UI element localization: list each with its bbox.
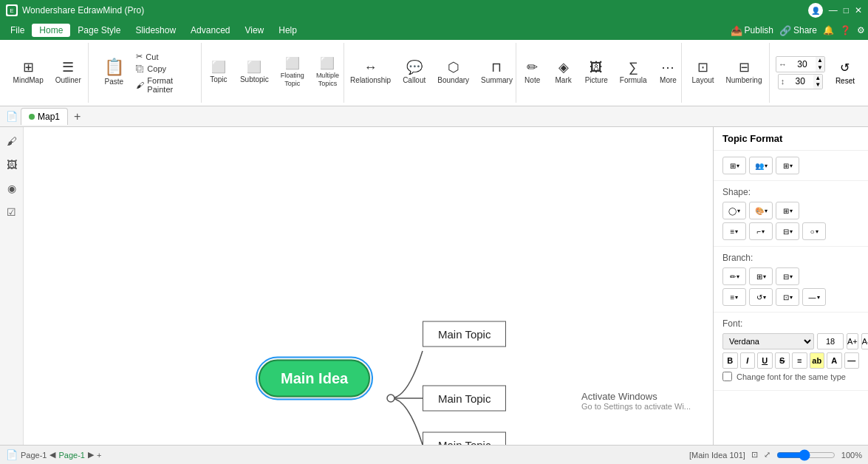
font-size-increase[interactable]: A+ <box>847 333 858 349</box>
fit-btn[interactable]: ⊡ <box>751 450 758 460</box>
reset-btn[interactable]: ↺ Reset <box>831 58 859 88</box>
more-btn[interactable]: ⋯ More <box>654 58 682 88</box>
publish-btn[interactable]: 📤 Publish <box>731 25 773 36</box>
fullscreen-btn[interactable]: ⤢ <box>764 450 770 460</box>
bold-btn[interactable]: B <box>722 352 738 369</box>
panel-icon-layers[interactable]: ◉ <box>2 179 21 198</box>
branch-icon-1[interactable]: ✏ <box>722 267 746 285</box>
align-btn[interactable]: ≡ <box>792 352 807 369</box>
mark-btn[interactable]: ◈ Mark <box>550 58 578 88</box>
multiple-topics-btn[interactable]: ⬜ MultipleTopics <box>312 55 344 91</box>
more-label: More <box>660 76 677 85</box>
topic-node-3[interactable]: Main Topic <box>423 432 506 446</box>
topic-btn[interactable]: ⬜ Topic <box>205 58 233 87</box>
font-extra-btn[interactable]: — <box>844 352 860 369</box>
avatar[interactable]: 👤 <box>808 3 823 18</box>
page-nav-next[interactable]: ▶ <box>88 450 94 460</box>
tab-map1[interactable]: Map1 <box>21 108 68 125</box>
strikethrough-btn[interactable]: S <box>775 352 790 369</box>
close-btn[interactable]: ✕ <box>855 5 862 16</box>
settings-icon[interactable]: ⚙ <box>857 25 865 35</box>
font-color-btn[interactable]: A <box>827 352 842 369</box>
add-page-btn[interactable]: + <box>97 451 101 460</box>
outliner-btn[interactable]: ☰ Outliner <box>51 58 86 88</box>
more-icon: ⋯ <box>661 61 674 74</box>
branch-icon-4[interactable]: ≡ <box>722 288 746 306</box>
paste-btn[interactable]: 📋 Paste <box>98 56 130 89</box>
copy-btn[interactable]: ⿻ Copy <box>133 64 195 74</box>
topic-node-2[interactable]: Main Topic <box>423 386 506 412</box>
callout-btn[interactable]: 💬 Callout <box>398 58 430 88</box>
branch-icon-3[interactable]: ⊟ <box>776 267 799 285</box>
italic-btn[interactable]: I <box>740 352 756 369</box>
menu-home[interactable]: Home <box>32 24 70 37</box>
font-family-select[interactable]: Verdana Arial Times New Roman <box>722 333 814 349</box>
app-icon: E <box>6 4 18 16</box>
layout-icon-1[interactable]: ⊞ <box>722 157 746 174</box>
floating-topic-btn[interactable]: ⬜ FloatingTopic <box>276 55 309 91</box>
subtopic-btn[interactable]: ⬜ Subtopic <box>236 58 273 87</box>
minimize-btn[interactable]: — <box>829 5 838 16</box>
layout-btn[interactable]: ⊡ Layout <box>688 58 719 88</box>
branch-icon-2[interactable]: ⊞ <box>749 267 773 285</box>
copy-icon: ⿻ <box>136 64 144 73</box>
panel-icon-brush[interactable]: 🖌 <box>2 132 21 151</box>
branch-icon-6[interactable]: ⊡ <box>776 288 799 306</box>
outliner-label: Outliner <box>55 76 81 85</box>
layout-icon-2[interactable]: 👥 <box>749 157 773 174</box>
side-panel: Topic Format ⊞ 👥 ⊞ Shape: ◯ 🎨 ⊞ ≡ ⌐ ⊟ ○ <box>713 127 868 445</box>
shape-icon-4[interactable]: ≡ <box>722 222 746 240</box>
spinner-bottom-up[interactable]: ▲ <box>813 75 822 82</box>
maximize-btn[interactable]: □ <box>844 5 849 16</box>
zoom-slider[interactable] <box>776 449 835 461</box>
add-tab-btn[interactable]: + <box>74 110 81 123</box>
paste-icon: 📋 <box>104 59 124 75</box>
panel-icon-check[interactable]: ☑ <box>2 202 21 222</box>
shape-icon-3[interactable]: ⊞ <box>776 202 799 219</box>
shape-icon-6[interactable]: ⊟ <box>776 222 799 240</box>
branch-icon-5[interactable]: ↺ <box>749 288 773 306</box>
page-nav-prev[interactable]: ◀ <box>49 450 55 460</box>
mindmap-icon: ⊞ <box>23 61 34 74</box>
spinner-bottom-input[interactable] <box>787 76 813 86</box>
mindmap-btn[interactable]: ⊞ MindMap <box>9 58 48 88</box>
summary-btn[interactable]: ⊓ Summary <box>476 58 517 88</box>
menu-advanced[interactable]: Advanced <box>183 24 237 37</box>
notification-icon[interactable]: 🔔 <box>823 25 834 35</box>
spinner-bottom-down[interactable]: ▼ <box>813 81 822 89</box>
numbering-btn[interactable]: ⊟ Numbering <box>722 58 767 88</box>
outliner-icon: ☰ <box>62 61 74 74</box>
spinner-top-input[interactable] <box>789 59 816 69</box>
panel-icon-image[interactable]: 🖼 <box>2 155 21 174</box>
relationship-btn[interactable]: ↔ Relationship <box>346 58 395 88</box>
note-btn[interactable]: ✏ Note <box>519 58 547 88</box>
branch-icon-7[interactable]: — <box>802 288 826 306</box>
shape-icon-1[interactable]: ◯ <box>722 202 746 219</box>
menu-slideshow[interactable]: Slideshow <box>128 24 183 37</box>
menu-pagestyle[interactable]: Page Style <box>70 24 128 37</box>
highlight-btn[interactable]: ab <box>810 352 825 369</box>
spinner-top-down[interactable]: ▼ <box>816 64 824 72</box>
help-icon[interactable]: ❓ <box>840 25 851 35</box>
underline-btn[interactable]: U <box>757 352 773 369</box>
menu-view[interactable]: View <box>237 24 271 37</box>
shape-icon-5[interactable]: ⌐ <box>749 222 773 240</box>
font-size-decrease[interactable]: A- <box>861 333 868 349</box>
menu-help[interactable]: Help <box>271 24 304 37</box>
summary-label: Summary <box>481 76 513 85</box>
picture-btn[interactable]: 🖼 Picture <box>581 58 612 88</box>
same-font-checkbox[interactable] <box>722 372 732 381</box>
main-idea-node[interactable]: Main Idea <box>259 360 370 398</box>
spinner-top-up[interactable]: ▲ <box>816 57 824 64</box>
share-btn[interactable]: 🔗 Share <box>779 25 817 36</box>
format-painter-btn[interactable]: 🖌 Format Painter <box>133 75 195 95</box>
font-size-input[interactable] <box>817 333 844 349</box>
menu-file[interactable]: File <box>3 24 32 37</box>
layout-icon-3[interactable]: ⊞ <box>776 157 799 174</box>
cut-btn[interactable]: ✂ Cut <box>133 51 195 62</box>
shape-icon-2[interactable]: 🎨 <box>749 202 773 219</box>
shape-icon-7[interactable]: ○ <box>802 222 826 240</box>
boundary-btn[interactable]: ⬡ Boundary <box>433 58 474 88</box>
topic-node-1[interactable]: Main Topic <box>423 321 506 347</box>
formula-btn[interactable]: ∑ Formula <box>615 58 652 88</box>
